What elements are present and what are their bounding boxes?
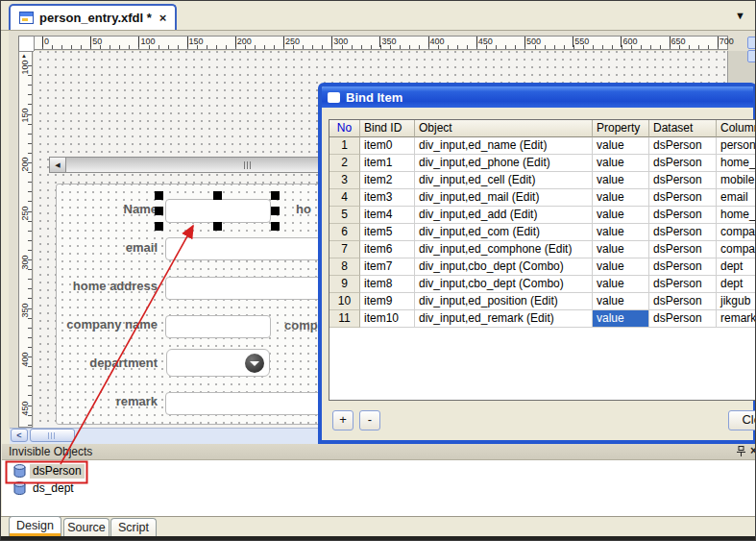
edit-company-name[interactable] [165,315,271,338]
cell-property[interactable]: value [593,293,649,310]
cell-property[interactable]: value [593,276,649,293]
cell-bind_id[interactable]: item0 [360,137,415,155]
cell-column[interactable]: email [717,189,756,207]
tab-design[interactable]: Design [9,516,61,536]
invisible-object-label[interactable]: ds_dept [30,481,77,496]
selection-handle[interactable] [271,207,280,215]
cell-bind_id[interactable]: item7 [360,258,415,276]
cell-property[interactable]: value [593,224,649,241]
cell-object[interactable]: div_input,ed_mail (Edit) [415,189,593,207]
scroll-left-icon[interactable]: ◀ [50,158,66,172]
cell-no[interactable]: 8 [329,258,360,276]
cell-column[interactable]: home_ [717,155,756,172]
cell-dataset[interactable]: dsPerson [649,189,717,207]
cell-column[interactable]: home_ [717,207,756,224]
cell-no[interactable]: 3 [329,172,360,189]
cell-dataset[interactable]: dsPerson [649,137,717,155]
cell-property[interactable]: value [593,258,649,276]
edit-name[interactable] [165,199,271,223]
inner-horizontal-scrollbar[interactable]: ◀ [49,157,320,173]
cell-dataset[interactable]: dsPerson [649,276,717,293]
cell-no[interactable]: 9 [329,276,360,293]
scrollbar-thumb[interactable] [30,429,75,442]
cell-bind_id[interactable]: item9 [360,293,415,310]
bind-item-dialog-titlebar[interactable]: Bind Item [322,86,753,108]
selection-handle[interactable] [213,222,222,231]
cell-object[interactable]: div_input,cbo_dept (Combo) [415,276,593,293]
cell-bind_id[interactable]: item8 [360,276,415,293]
cell-object[interactable]: div_input,ed_remark (Edit) [415,310,593,328]
add-bind-button[interactable]: + [332,410,354,430]
invisible-object-label[interactable]: dsPerson [30,464,85,479]
cell-object[interactable]: div_input,ed_name (Edit) [415,137,593,155]
selection-handle[interactable] [155,207,163,215]
cell-bind_id[interactable]: item10 [360,310,415,328]
cell-column[interactable]: dept [717,258,756,276]
cell-dataset[interactable]: dsPerson [649,207,717,224]
cell-bind_id[interactable]: item2 [360,172,415,189]
cell-no[interactable]: 7 [329,241,360,258]
cell-property[interactable]: value [593,241,649,258]
cell-column[interactable]: mobile [717,172,756,189]
cell-dataset[interactable]: dsPerson [649,258,717,276]
panel-close-icon[interactable]: × [750,444,756,457]
close-button[interactable]: Close [728,410,756,430]
tab-source[interactable]: Source [63,518,110,536]
tab-list-dropdown-icon[interactable]: ▼ [735,10,745,21]
cell-object[interactable]: div_input,ed_com (Edit) [415,224,593,241]
cell-no[interactable]: 10 [329,293,360,310]
cell-object[interactable]: div_input,ed_add (Edit) [415,207,593,224]
cell-dataset[interactable]: dsPerson [649,224,717,241]
cell-property[interactable]: value [593,189,649,207]
selection-handle[interactable] [271,222,280,231]
selection-handle[interactable] [213,191,222,200]
invisible-object-dsPerson[interactable]: dsPerson [13,463,85,480]
cell-column[interactable]: compa [717,241,756,258]
cell-column[interactable]: compa [717,224,756,241]
cell-object[interactable]: div_input,cbo_dept (Combo) [415,258,593,276]
cell-dataset[interactable]: dsPerson [649,293,717,310]
cell-dataset[interactable]: dsPerson [649,172,717,189]
cell-property[interactable]: value [593,155,649,172]
remove-bind-button[interactable]: - [359,410,380,430]
cell-column[interactable]: remark [717,310,756,328]
cell-object[interactable]: div_input,ed_phone (Edit) [415,155,593,172]
cell-dataset[interactable]: dsPerson [649,241,717,258]
cell-property[interactable]: value [593,310,649,328]
cell-bind_id[interactable]: item5 [360,224,415,241]
cell-property[interactable]: value [593,137,649,155]
cell-dataset[interactable]: dsPerson [649,155,717,172]
selection-handle[interactable] [155,222,163,231]
selection-handle[interactable] [271,191,280,200]
cell-no[interactable]: 6 [329,224,360,241]
cell-column[interactable]: dept [717,276,756,293]
combo-dropdown-button[interactable] [245,354,264,373]
cell-bind_id[interactable]: item6 [360,241,415,258]
cell-column[interactable]: person [717,137,756,155]
cell-no[interactable]: 2 [329,155,360,172]
cell-property[interactable]: value [593,172,649,189]
cell-no[interactable]: 4 [329,189,360,207]
document-tab[interactable]: person_entry.xfdl * × [9,4,177,30]
tab-script[interactable]: Script [110,518,157,536]
scroll-down-button[interactable] [747,50,756,62]
cell-bind_id[interactable]: item3 [360,189,415,207]
cell-bind_id[interactable]: item1 [360,155,415,172]
cell-object[interactable]: div_input,ed_comphone (Edit) [415,241,593,258]
cell-property[interactable]: value [593,207,649,224]
cell-object[interactable]: div_input,ed_cell (Edit) [415,172,593,189]
scroll-up-button[interactable] [747,37,756,49]
cell-no[interactable]: 1 [329,137,360,155]
scroll-left-icon[interactable]: < [11,429,28,442]
pin-icon[interactable] [736,446,746,457]
combo-department[interactable] [166,349,270,377]
cell-object[interactable]: div_input,ed_position (Edit) [415,293,593,310]
cell-column[interactable]: jikgub [717,293,756,310]
scrollbar-grip[interactable] [244,161,253,169]
cell-no[interactable]: 5 [329,207,360,224]
document-tab-close-icon[interactable]: × [159,11,167,25]
selection-handle[interactable] [155,191,163,200]
cell-dataset[interactable]: dsPerson [649,310,717,328]
cell-bind_id[interactable]: item4 [360,207,415,224]
cell-no[interactable]: 11 [329,310,360,328]
